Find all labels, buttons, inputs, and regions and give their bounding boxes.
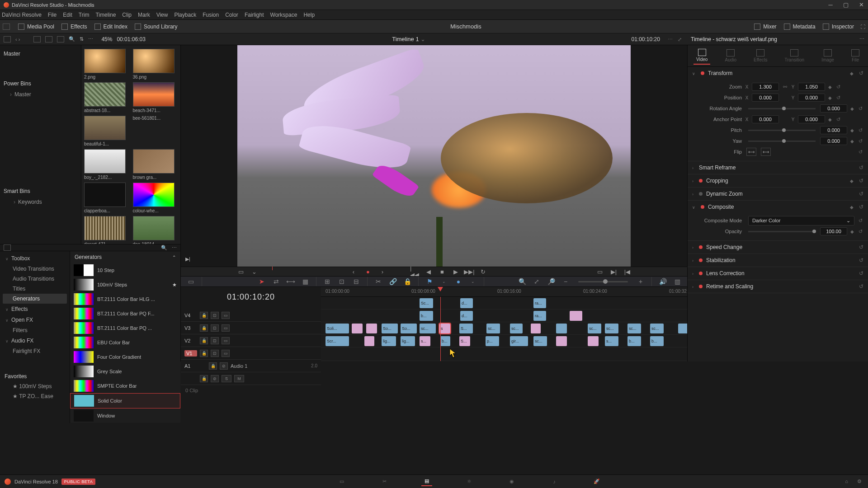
blade-edit-icon[interactable]: ✂ <box>373 277 384 286</box>
thumb-list-icon[interactable] <box>57 36 64 42</box>
yaw-input[interactable] <box>820 137 847 145</box>
timeline-clip[interactable]: sc... <box>533 336 547 346</box>
timeline-clip[interactable]: sc... <box>650 324 664 333</box>
track-header-v1[interactable]: V1🔒⊡▭ <box>181 347 321 360</box>
composite-mode-select[interactable]: Darker Color⌄ <box>748 216 854 225</box>
timeline-clip[interactable]: gir... <box>510 336 528 346</box>
first-frame-button[interactable]: |◀◀ <box>410 267 420 276</box>
zoom-out-button[interactable]: − <box>560 277 571 286</box>
timeline-clip[interactable] <box>364 336 374 346</box>
mixer-toggle-icon[interactable]: ▥ <box>672 277 683 286</box>
timeline-clip[interactable]: lig... <box>401 336 415 346</box>
menu-clip[interactable]: Clip <box>122 12 132 18</box>
overwrite-clip-icon[interactable]: ⊡ <box>336 277 347 286</box>
track-auto[interactable]: ⊡ <box>211 350 219 357</box>
search-icon[interactable]: 🔍 <box>69 36 75 42</box>
link-icon[interactable]: 🔗 <box>387 277 398 286</box>
menu-trim[interactable]: Trim <box>79 12 90 18</box>
rec-dot-icon[interactable]: ● <box>363 267 373 276</box>
bins-powerbins[interactable]: Power Bins <box>4 78 77 89</box>
timeline-clip[interactable]: sc... <box>486 324 500 333</box>
audio-mute[interactable]: M <box>234 375 244 382</box>
tl-opts-icon[interactable]: ▭ <box>236 267 246 276</box>
track-auto[interactable]: ⊡ <box>211 324 219 332</box>
anchor-x-input[interactable] <box>752 115 779 123</box>
viewer-opts-icon[interactable]: ⋯ <box>668 37 673 42</box>
prev-edit-icon[interactable]: ‹ <box>349 267 359 276</box>
go-out-icon[interactable]: ▶| <box>609 267 618 276</box>
inspector-more-icon[interactable]: ⋯ <box>859 36 864 42</box>
menu-help[interactable]: Help <box>303 12 315 18</box>
fx-fav-100mv[interactable]: ★ 100mV Steps <box>3 381 67 391</box>
fx-more-icon[interactable]: ⋯ <box>172 245 177 251</box>
inspector-tab-image[interactable]: Image <box>819 47 837 64</box>
track-row[interactable]: Scr...lig...lig...s...b...S...p...gir...… <box>321 335 687 347</box>
media-thumb[interactable]: clapperboa... <box>84 183 129 213</box>
timeline-clip[interactable]: b... <box>627 336 641 346</box>
fx-sub-filters[interactable]: Filters <box>3 325 67 335</box>
page-fairlight[interactable]: ♪ <box>549 477 560 486</box>
track-disable[interactable]: ▭ <box>222 312 230 319</box>
timeline-clip[interactable]: sc... <box>627 324 641 333</box>
play-button[interactable]: ▶ <box>451 267 461 276</box>
timeline-clip[interactable]: S... <box>459 336 470 346</box>
volume-icon[interactable]: 🔊 <box>657 277 668 286</box>
track-header-v4[interactable]: V4🔒⊡▭ <box>181 309 321 322</box>
fx-panel-toggle-icon[interactable] <box>4 244 11 251</box>
sound-library-button[interactable]: Sound Library <box>135 23 178 30</box>
menu-view[interactable]: View <box>156 12 168 18</box>
timeline-clip[interactable]: Soli... <box>326 324 349 333</box>
inspector-tab-effects[interactable]: Effects <box>751 47 770 64</box>
media-thumb[interactable]: brown gra... <box>133 149 178 180</box>
menu-color[interactable]: Color <box>225 12 238 18</box>
inspector-speed[interactable]: Speed Change↺ <box>688 241 868 253</box>
flip-v-button[interactable]: ⟷ <box>761 148 771 156</box>
pitch-slider[interactable] <box>748 130 816 131</box>
media-thumb[interactable]: colour-whe... <box>133 183 178 213</box>
marker-chev-icon[interactable]: ⌄ <box>467 277 478 286</box>
timeline-clip[interactable]: sc... <box>510 324 523 333</box>
timeline-clip[interactable] <box>352 324 363 333</box>
bins-powerbins-master[interactable]: Master <box>4 89 77 99</box>
media-thumb[interactable]: boy_-_2182... <box>84 149 129 180</box>
timeline-clip[interactable]: ra... <box>533 311 546 321</box>
page-media[interactable]: ▭ <box>336 477 347 486</box>
inspector-cropping[interactable]: Cropping◆↺ <box>688 174 868 187</box>
mixer-button[interactable]: Mixer <box>754 23 776 30</box>
inspector-tab-transition[interactable]: Transition <box>782 47 807 64</box>
inspector-tab-audio[interactable]: Audio <box>722 47 739 64</box>
generator-10-step[interactable]: 10 Step <box>70 263 180 277</box>
inspector-composite-header[interactable]: Composite ◆↺ <box>688 201 868 213</box>
timeline-clip[interactable]: lig... <box>382 336 396 346</box>
track-lock[interactable]: 🔒 <box>200 350 208 357</box>
timeline-clip[interactable] <box>366 324 377 333</box>
menu-fairlight[interactable]: Fairlight <box>245 12 264 18</box>
maximize-button[interactable]: ▢ <box>843 1 849 8</box>
generator-solid-color[interactable]: Solid Color <box>70 393 180 408</box>
selection-tool[interactable]: ➤ <box>256 277 267 286</box>
marker-icon[interactable]: ● <box>453 277 464 286</box>
timeline-clip[interactable] <box>588 336 599 346</box>
sort-icon[interactable]: ⇅ <box>80 36 84 42</box>
timeline-clip[interactable]: s... <box>605 336 618 346</box>
go-in-icon[interactable]: |◀ <box>622 267 632 276</box>
rotation-input[interactable] <box>820 104 847 113</box>
track-header-audio[interactable]: A1 🔒 ⊘ Audio 1 2.0 <box>181 360 321 372</box>
next-edit-icon[interactable]: › <box>377 267 387 276</box>
generator-ebu-color-bar[interactable]: EBU Color Bar <box>70 335 180 350</box>
timeline-clip[interactable]: So... <box>382 324 398 333</box>
dynamic-trim-tool[interactable]: ⟷ <box>285 277 296 286</box>
media-thumb[interactable]: bee-561801... <box>133 116 178 146</box>
anchor-reset[interactable]: ↺ <box>835 117 841 122</box>
pitch-input[interactable] <box>820 126 847 134</box>
fx-sub-audio-transitions[interactable]: Audio Transitions <box>3 274 67 284</box>
pos-reset[interactable]: ↺ <box>835 95 841 101</box>
audio-lock2[interactable]: 🔒 <box>200 375 208 382</box>
media-thumb[interactable]: 36.png <box>133 49 178 80</box>
inspector-tab-video[interactable]: Video <box>693 47 710 65</box>
menu-file[interactable]: File <box>48 12 57 18</box>
insert-clip-icon[interactable]: ⊞ <box>322 277 333 286</box>
fx-sub-video-transitions[interactable]: Video Transitions <box>3 264 67 274</box>
track-row[interactable]: b...d...ra... <box>321 310 687 322</box>
replace-clip-icon[interactable]: ⊟ <box>351 277 362 286</box>
